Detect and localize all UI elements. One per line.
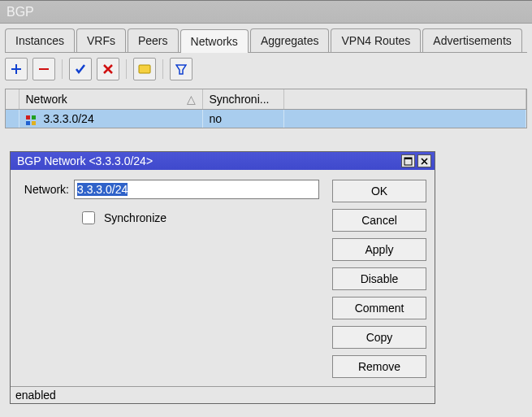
tab-advertisements[interactable]: Advertisements [422, 28, 521, 52]
enable-icon [75, 63, 86, 75]
sort-indicator-icon: △ [187, 93, 196, 106]
apply-button[interactable]: Apply [332, 238, 426, 261]
comment-button[interactable] [133, 58, 156, 80]
tab-networks[interactable]: Networks [180, 29, 249, 53]
remove-button[interactable] [32, 58, 55, 80]
comment-button-dlg[interactable]: Comment [332, 297, 426, 319]
svg-rect-4 [26, 121, 30, 125]
network-label: Network: [19, 183, 74, 196]
svg-rect-3 [32, 115, 36, 119]
add-icon [11, 63, 22, 75]
dialog-close-button[interactable] [417, 154, 431, 167]
svg-rect-5 [32, 121, 36, 125]
remove-button-dlg[interactable]: Remove [332, 355, 426, 378]
filter-button[interactable] [170, 58, 192, 80]
tab-strip: Instances VRFs Peers Networks Aggregates… [0, 24, 532, 52]
tab-vpn4-routes[interactable]: VPN4 Routes [331, 28, 421, 52]
dialog-minimize-button[interactable] [401, 154, 415, 167]
col-synchronize[interactable]: Synchroni... [202, 89, 283, 110]
close-icon [420, 157, 429, 166]
col-network[interactable]: Network △ [19, 89, 202, 110]
cell-network: 3.3.3.0/24 [19, 110, 202, 128]
cancel-button[interactable]: Cancel [332, 209, 426, 232]
table-row[interactable]: 3.3.3.0/24 no [6, 110, 526, 128]
minimize-icon [404, 157, 413, 166]
dialog-title: BGP Network <3.3.3.0/24> [17, 154, 401, 167]
tab-aggregates[interactable]: Aggregates [250, 28, 330, 52]
bgp-window: BGP Instances VRFs Peers Networks Aggreg… [0, 0, 532, 417]
synchronize-checkbox[interactable] [82, 211, 95, 224]
dialog-form: Network: 3.3.3.0/24 Synchronize [19, 180, 319, 378]
synchronize-label: Synchronize [104, 211, 167, 224]
networks-table: Network △ Synchroni... 3. [5, 89, 527, 128]
svg-rect-0 [39, 68, 49, 70]
add-button[interactable] [5, 58, 28, 80]
toolbar [0, 53, 532, 85]
disable-button-dlg[interactable]: Disable [332, 267, 426, 290]
tab-instances[interactable]: Instances [5, 28, 75, 52]
dialog-status: enabled [11, 386, 435, 403]
svg-rect-1 [139, 65, 150, 73]
svg-rect-2 [26, 115, 30, 119]
dialog-titlebar[interactable]: BGP Network <3.3.3.0/24> [11, 152, 435, 170]
disable-button[interactable] [97, 58, 119, 80]
network-icon [26, 115, 36, 124]
svg-rect-7 [404, 158, 412, 159]
ok-button[interactable]: OK [332, 180, 426, 202]
tab-vrfs[interactable]: VRFs [76, 28, 126, 52]
comment-icon [138, 63, 151, 75]
table-header: Network △ Synchroni... [6, 89, 526, 110]
bgp-network-dialog: BGP Network <3.3.3.0/24> Network: 3.3.3.… [10, 151, 435, 404]
copy-button[interactable]: Copy [332, 326, 426, 349]
network-input[interactable]: 3.3.3.0/24 [74, 180, 319, 199]
dialog-buttons: OK Cancel Apply Disable Comment Copy Rem… [332, 180, 426, 378]
main-titlebar: BGP [0, 1, 532, 24]
cell-sync: no [202, 110, 283, 128]
window-title: BGP [6, 5, 34, 20]
remove-icon [38, 63, 50, 75]
filter-icon [175, 63, 187, 75]
enable-button[interactable] [69, 58, 92, 80]
disable-icon [102, 63, 114, 75]
tab-peers[interactable]: Peers [128, 28, 179, 52]
